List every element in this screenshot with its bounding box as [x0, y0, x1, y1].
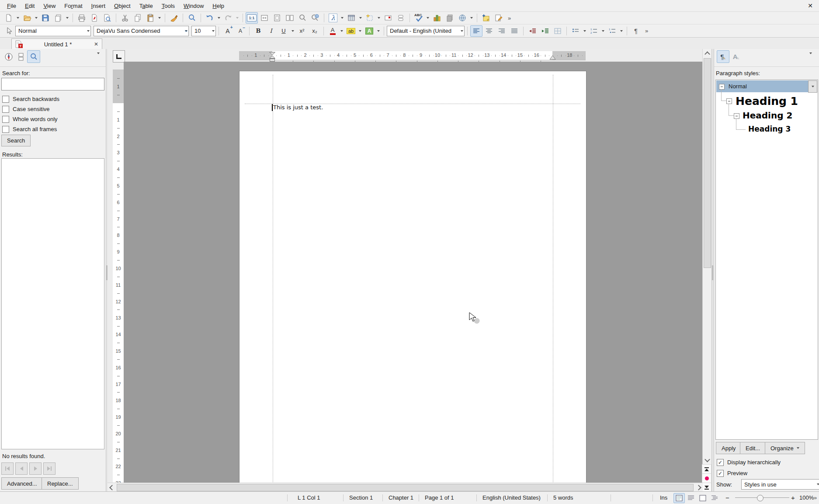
menu-item-window[interactable]: Window [179, 1, 208, 11]
web-page-button[interactable] [456, 12, 468, 24]
navigator-icon[interactable] [3, 51, 15, 63]
checkbox[interactable] [2, 106, 9, 113]
highlight-button[interactable]: ab [345, 25, 357, 37]
last-result-button[interactable] [43, 462, 56, 475]
align-left-button[interactable] [470, 25, 482, 37]
page-view-button[interactable] [673, 493, 685, 503]
new-document-button[interactable] [3, 12, 15, 24]
checkbox[interactable] [2, 126, 9, 133]
highlight-dropdown[interactable] [357, 26, 363, 36]
character-styles-icon[interactable]: A✎ [730, 50, 743, 63]
increase-indent-button[interactable] [539, 25, 551, 37]
zoom-actual-size-button[interactable]: 1:1 [246, 12, 258, 24]
style-row-heading3[interactable]: Heading 3 [716, 123, 817, 135]
expander-normal[interactable] [719, 84, 725, 90]
menu-item-help[interactable]: Help [208, 1, 229, 11]
document-page[interactable]: This is just a test. [239, 71, 586, 483]
menu-item-file[interactable]: File [3, 1, 21, 11]
checkbox[interactable] [2, 116, 9, 123]
font-size-combobox[interactable]: 10 [191, 26, 216, 36]
zoom-two-pages-button[interactable] [284, 12, 296, 24]
save-all-dropdown[interactable] [65, 13, 70, 23]
decrease-indent-button[interactable] [526, 25, 538, 37]
search-button[interactable]: Search [1, 135, 31, 146]
char-shading-dropdown[interactable] [376, 26, 381, 36]
numbered-list-dropdown[interactable] [600, 26, 606, 36]
language-combobox[interactable]: Default - English (United [387, 26, 465, 36]
page-thumbnails-icon[interactable] [16, 52, 26, 62]
insert-chart-button[interactable] [431, 12, 443, 24]
results-list[interactable] [1, 158, 104, 449]
display-hierarchically-option[interactable]: ✓ Display hierarchically [717, 457, 781, 467]
zoom-slider-handle[interactable] [757, 495, 763, 501]
scroll-left-button[interactable] [108, 483, 116, 492]
redo-dropdown[interactable] [235, 13, 240, 23]
zoom-out-button[interactable] [296, 12, 309, 24]
numbered-list-button[interactable]: 12 [588, 25, 600, 37]
style-row-heading2[interactable]: Heading 2 [716, 109, 817, 122]
shrink-font-button[interactable]: A− [234, 25, 246, 37]
borders-button[interactable] [552, 25, 564, 37]
insert-frame-dropdown[interactable] [376, 13, 382, 23]
tab-close-icon[interactable]: ✕ [94, 41, 98, 47]
add-note-button[interactable] [480, 12, 492, 24]
edit-button[interactable]: Edit... [740, 442, 766, 454]
insert-comment-button[interactable] [382, 12, 394, 24]
scroll-right-button[interactable] [694, 483, 703, 492]
font-name-combobox[interactable]: DejaVu Sans Condensed [94, 26, 189, 36]
web-page-dropdown[interactable] [469, 13, 474, 23]
search-option-whole-words-only[interactable]: Whole words only [2, 114, 104, 124]
underline-button[interactable]: U [278, 25, 290, 37]
menu-item-edit[interactable]: Edit [21, 1, 39, 11]
replace-button[interactable]: Replace... [42, 477, 79, 490]
tab-type-selector[interactable] [113, 50, 125, 63]
open-button[interactable] [21, 12, 33, 24]
apply-button[interactable]: Apply [716, 442, 742, 454]
organize-button[interactable]: Organize [765, 442, 805, 454]
bullet-list-dropdown[interactable] [582, 26, 587, 36]
mail-merge-button[interactable] [444, 12, 456, 24]
zoom-percentage[interactable]: 100% [799, 492, 814, 504]
select-browse-object-button[interactable] [702, 473, 711, 483]
font-color-dropdown[interactable] [339, 26, 344, 36]
splitter-grip[interactable] [712, 265, 713, 280]
subscript-button[interactable]: x₂ [309, 25, 321, 37]
next-object-button[interactable] [702, 483, 711, 492]
checkbox-checked[interactable]: ✓ [717, 459, 724, 466]
outline-list-button[interactable]: 1 [606, 25, 618, 37]
vertical-scrollbar[interactable] [702, 49, 711, 492]
window-close-button[interactable]: ✕ [806, 1, 815, 10]
align-justify-button[interactable] [508, 25, 521, 37]
menu-item-table[interactable]: Table [135, 1, 157, 11]
print-button[interactable] [76, 12, 88, 24]
style-row-dropdown[interactable] [808, 80, 817, 93]
toolbar-overflow-button[interactable]: » [505, 15, 514, 21]
char-shading-button[interactable]: A [363, 25, 375, 37]
outline-view-button[interactable] [709, 493, 720, 503]
search-option-search-backwards[interactable]: Search backwards [2, 94, 104, 104]
outline-list-dropdown[interactable] [619, 26, 624, 36]
new-document-dropdown[interactable] [15, 13, 21, 23]
show-combobox[interactable]: Styles in use [741, 479, 819, 490]
first-result-button[interactable] [1, 462, 14, 475]
font-color-button[interactable]: A [326, 25, 339, 37]
word-count[interactable]: 5 words [553, 492, 573, 504]
document-canvas[interactable]: This is just a test. [124, 62, 703, 483]
paste-dropdown[interactable] [157, 13, 162, 23]
panel-menu-chevron[interactable] [809, 54, 812, 61]
edit-note-button[interactable] [493, 12, 505, 24]
insert-field-button[interactable]: λ [327, 12, 339, 24]
open-dropdown[interactable] [34, 13, 39, 23]
preview-option[interactable]: ✓ Preview [717, 468, 747, 478]
bold-button[interactable]: B [252, 25, 264, 37]
statusbar-overflow-button[interactable]: » [814, 492, 817, 504]
zoom-page-width-button[interactable] [258, 12, 271, 24]
paste-button[interactable] [144, 12, 156, 24]
styles-list[interactable]: Normal Heading 1 Heading 2 Heading 3 [715, 80, 818, 440]
format-painter-button[interactable] [168, 12, 180, 24]
menu-item-tools[interactable]: Tools [157, 1, 179, 11]
zoom-in-control[interactable]: + [791, 492, 795, 504]
align-center-button[interactable] [483, 25, 495, 37]
redo-button[interactable] [222, 12, 234, 24]
continuous-view-button[interactable] [685, 493, 697, 503]
